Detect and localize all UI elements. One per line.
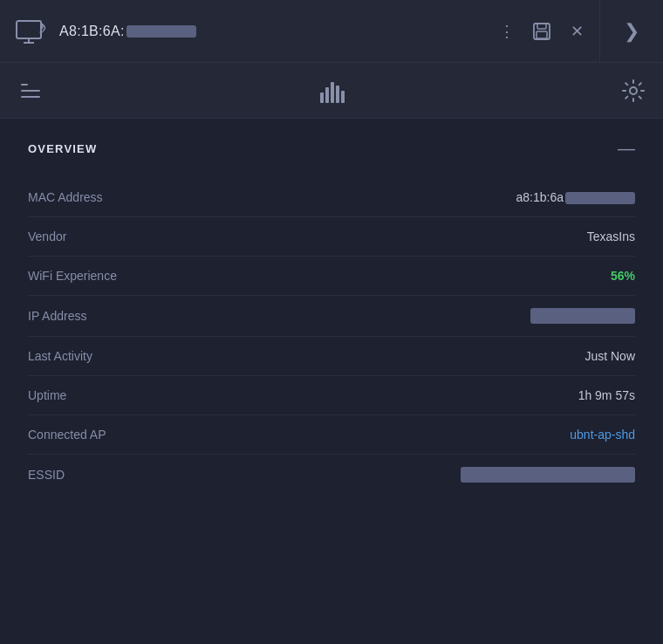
- connected-ap-label: Connected AP: [28, 428, 106, 442]
- device-icon: [14, 17, 49, 45]
- svg-rect-8: [325, 87, 329, 103]
- save-icon: [532, 22, 551, 41]
- settings-button[interactable]: [621, 79, 646, 103]
- menu-line-1: [21, 84, 28, 86]
- connected-ap-row: Connected AP ubnt-ap-shd: [28, 415, 635, 455]
- svg-rect-6: [537, 31, 547, 38]
- ip-address-row: IP Address: [28, 296, 635, 337]
- svg-point-12: [630, 87, 637, 94]
- menu-line-3: [21, 96, 40, 98]
- save-button[interactable]: [526, 16, 557, 47]
- svg-rect-10: [336, 86, 339, 103]
- vendor-row: Vendor TexasIns: [28, 217, 635, 257]
- svg-rect-0: [17, 21, 41, 38]
- uptime-label: Uptime: [28, 388, 66, 402]
- wifi-experience-value: 56%: [611, 269, 635, 283]
- essid-label: ESSID: [28, 468, 65, 482]
- close-icon: ✕: [571, 22, 584, 41]
- device-title: A8:1B:6A:: [59, 24, 196, 39]
- gear-icon: [621, 79, 646, 103]
- svg-rect-11: [341, 91, 345, 103]
- mac-address-value: a8:1b:6a: [516, 190, 636, 204]
- menu-button[interactable]: [17, 80, 44, 101]
- toolbar-left: [17, 80, 44, 101]
- main-content: OVERVIEW — MAC Address a8:1b:6a Vendor T…: [0, 119, 663, 516]
- dots-icon: ⋮: [499, 22, 516, 41]
- bar-chart-button[interactable]: [317, 75, 348, 106]
- svg-rect-9: [331, 82, 334, 103]
- uptime-value: 1h 9m 57s: [578, 388, 635, 402]
- wifi-experience-label: WiFi Experience: [28, 269, 117, 283]
- mac-address-blurred: [565, 192, 635, 204]
- last-activity-row: Last Activity Just Now: [28, 337, 635, 376]
- section-title: OVERVIEW: [28, 142, 97, 155]
- chevron-right-icon: ❯: [624, 20, 639, 43]
- toolbar: [0, 63, 663, 119]
- wifi-experience-row: WiFi Experience 56%: [28, 257, 635, 296]
- svg-rect-7: [320, 92, 324, 103]
- ip-address-label: IP Address: [28, 309, 86, 323]
- section-header: OVERVIEW —: [28, 140, 635, 157]
- menu-line-2: [21, 90, 40, 92]
- more-options-button[interactable]: ⋮: [491, 16, 523, 47]
- next-button[interactable]: ❯: [600, 0, 663, 63]
- header: A8:1B:6A: ⋮ ✕ ❯: [0, 0, 663, 63]
- close-button[interactable]: ✕: [561, 16, 592, 47]
- vendor-label: Vendor: [28, 230, 66, 243]
- header-actions: ⋮ ✕: [491, 16, 599, 47]
- device-mac-blurred: [126, 25, 196, 38]
- essid-value: [461, 467, 635, 483]
- last-activity-label: Last Activity: [28, 349, 92, 363]
- device-mac-prefix: A8:1B:6A:: [59, 24, 125, 38]
- last-activity-value: Just Now: [584, 349, 635, 363]
- bar-chart-icon: [317, 75, 348, 106]
- ip-address-value: [530, 308, 635, 324]
- mac-address-label: MAC Address: [28, 190, 103, 204]
- essid-row: ESSID: [28, 455, 635, 495]
- connected-ap-value: ubnt-ap-shd: [570, 428, 635, 442]
- svg-point-3: [40, 31, 43, 33]
- mac-address-prefix: a8:1b:6a: [516, 190, 564, 204]
- header-left: A8:1B:6A:: [0, 17, 491, 45]
- mac-address-row: MAC Address a8:1b:6a: [28, 178, 635, 217]
- vendor-value: TexasIns: [587, 230, 635, 243]
- uptime-row: Uptime 1h 9m 57s: [28, 376, 635, 415]
- collapse-button[interactable]: —: [618, 140, 635, 157]
